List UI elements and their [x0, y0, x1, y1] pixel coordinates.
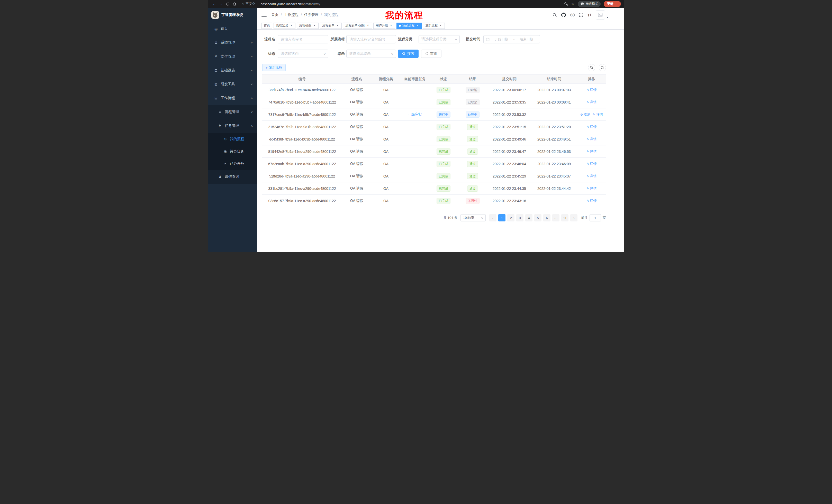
- header-search-button[interactable]: [552, 13, 557, 17]
- password-key-button[interactable]: [564, 2, 568, 6]
- tab-4[interactable]: 流程表单-编辑×: [343, 23, 372, 29]
- sidebar-item-my-process[interactable]: ⊙我的流程: [208, 133, 257, 145]
- process-name-input[interactable]: [278, 35, 328, 44]
- pager-more-button[interactable]: ···: [552, 214, 560, 221]
- pager-page-button[interactable]: 2: [507, 214, 515, 221]
- address-bar[interactable]: dashboard.yudao.iocoder.cn/bpm/task/my: [261, 2, 320, 6]
- column-header-current-task: 当前审批任务: [400, 75, 430, 84]
- create-process-button[interactable]: + 发起流程: [262, 64, 286, 71]
- sidebar-item-system[interactable]: ⚙系统管理∨: [208, 36, 257, 50]
- detail-link[interactable]: ✎详情: [587, 162, 597, 166]
- jump-page-input[interactable]: [590, 214, 601, 221]
- active-dot-icon: [399, 25, 401, 27]
- detail-label: 详情: [590, 137, 597, 142]
- table-row: 3ad174fb-7b9d-11ec-8404-acde48001122OA 请…: [262, 84, 606, 96]
- sidebar-item-todo-tasks[interactable]: ◉待办任务: [208, 145, 257, 158]
- tab-6[interactable]: 我的流程×: [396, 23, 422, 29]
- tab-5[interactable]: 用户分组×: [373, 23, 395, 29]
- sidebar-item-process-management[interactable]: ≣流程管理∨: [208, 105, 257, 119]
- detail-link[interactable]: ✎详情: [593, 112, 603, 117]
- table-row: 03c6c157-7b9a-11ec-a290-acde48001122OA 请…: [262, 195, 606, 207]
- status-badge: 已完成: [437, 173, 450, 179]
- bookmark-star-button[interactable]: ☆: [571, 2, 575, 6]
- app-logo[interactable]: 芋道管理系统: [208, 8, 257, 22]
- detail-link[interactable]: ✎详情: [587, 149, 597, 154]
- next-page-button[interactable]: ›: [570, 214, 577, 221]
- process-definition-input[interactable]: [346, 35, 396, 44]
- pager-page-button[interactable]: 6: [543, 214, 550, 221]
- result-badge: 通过: [467, 186, 478, 192]
- pager-page-button[interactable]: 5: [534, 214, 542, 221]
- search-button[interactable]: 搜索: [398, 50, 419, 58]
- sidebar-toggle-button[interactable]: [261, 13, 267, 17]
- sidebar-item-home[interactable]: ◎首页: [208, 22, 257, 36]
- prev-page-button[interactable]: ‹: [489, 214, 496, 221]
- detail-link[interactable]: ✎详情: [587, 124, 597, 129]
- close-icon[interactable]: ×: [289, 24, 293, 27]
- sidebar-item-payment[interactable]: ¥支付管理∨: [208, 50, 257, 63]
- detail-link[interactable]: ✎详情: [587, 199, 597, 203]
- pager-page-button[interactable]: 11: [561, 214, 569, 221]
- close-icon[interactable]: ×: [336, 24, 339, 27]
- fullscreen-button[interactable]: [579, 13, 583, 17]
- pager-page-button[interactable]: 3: [516, 214, 523, 221]
- sidebar-item-task-management[interactable]: ⚑任务管理∧: [208, 119, 257, 133]
- breadcrumb-workflow[interactable]: 工作流程: [284, 12, 298, 17]
- tab-1[interactable]: 流程定义×: [274, 23, 295, 29]
- filter-row-2: 状态 请选择状态 ∨ 结果 请选择流结果 ∨ 搜索: [262, 50, 606, 58]
- browser-menu-icon[interactable]: ⋮: [615, 2, 619, 6]
- back-button[interactable]: ←: [211, 1, 218, 7]
- table-row: 819442e8-7b9a-11ec-a290-acde48001122OA 请…: [262, 145, 606, 158]
- category-select[interactable]: 请选择流程分类 ∨: [419, 35, 460, 44]
- current-task-link[interactable]: 一级审批: [408, 112, 422, 116]
- close-icon[interactable]: ×: [439, 24, 442, 27]
- detail-link[interactable]: ✎详情: [587, 137, 597, 142]
- update-label: 更新: [607, 2, 614, 6]
- home-button[interactable]: [231, 1, 238, 7]
- submit-time-range-picker[interactable]: 开始日期 - 结束日期: [483, 35, 540, 44]
- browser-update-button[interactable]: 更新 ⋮: [604, 1, 621, 7]
- reload-button[interactable]: [225, 1, 231, 7]
- breadcrumb-home[interactable]: 首页: [271, 12, 279, 17]
- sidebar-item-workflow[interactable]: ⊞工作流程∧: [208, 91, 257, 105]
- toggle-search-button[interactable]: [588, 64, 595, 71]
- process-name: OA 请假: [350, 174, 363, 178]
- process-category: OA: [383, 100, 389, 104]
- detail-link[interactable]: ✎详情: [587, 174, 597, 178]
- forward-button[interactable]: →: [218, 1, 225, 7]
- reset-button[interactable]: 重置: [421, 50, 441, 58]
- pager-page-button[interactable]: 1: [498, 214, 505, 221]
- tab-label: 发起流程: [425, 23, 438, 28]
- page-size-select[interactable]: 10条/页 ∨: [461, 214, 486, 221]
- tab-7[interactable]: 发起流程×: [423, 23, 445, 29]
- sidebar-item-devtools[interactable]: ⊠研发工具∨: [208, 77, 257, 91]
- close-icon[interactable]: ×: [389, 24, 393, 27]
- tab-3[interactable]: 流程表单×: [320, 23, 342, 29]
- detail-link[interactable]: ✎详情: [587, 186, 597, 191]
- submit-time: 2022-01-22 23:53:35: [493, 100, 526, 104]
- status-select[interactable]: 请选择状态 ∨: [278, 50, 328, 58]
- close-icon[interactable]: ×: [416, 24, 419, 27]
- close-icon[interactable]: ×: [366, 24, 370, 27]
- cancel-link[interactable]: ⊘取消: [580, 112, 590, 117]
- process-id: 67c2eaab-7b9a-11ec-a290-acde48001122: [268, 162, 336, 166]
- font-size-button[interactable]: TT: [588, 13, 591, 17]
- tab-0[interactable]: 首页: [261, 23, 272, 29]
- detail-link[interactable]: ✎详情: [587, 88, 597, 92]
- close-icon[interactable]: ×: [313, 24, 316, 27]
- pager-page-button[interactable]: 4: [525, 214, 532, 221]
- detail-link[interactable]: ✎详情: [587, 100, 597, 105]
- breadcrumb-task-management[interactable]: 任务管理: [304, 12, 318, 17]
- tab-2[interactable]: 流程模型×: [297, 23, 318, 29]
- github-button[interactable]: [561, 12, 566, 17]
- security-indicator[interactable]: ⚠ 不安全: [241, 2, 255, 6]
- sidebar-item-done-tasks[interactable]: ✂已办任务: [208, 158, 257, 170]
- result-select[interactable]: 请选择流结果 ∨: [346, 50, 396, 58]
- help-button[interactable]: ?: [570, 13, 575, 17]
- sidebar-item-label: 请假查询: [225, 174, 239, 179]
- sidebar-item-leave-query[interactable]: ♟请假查询: [208, 170, 257, 184]
- sidebar-item-infrastructure[interactable]: ⊡基础设施∨: [208, 63, 257, 77]
- tags-view-bar: 首页流程定义×流程模型×流程表单×流程表单-编辑×用户分组×我的流程×发起流程×: [257, 22, 624, 30]
- refresh-table-button[interactable]: [599, 64, 606, 71]
- user-avatar-menu[interactable]: ▾: [596, 10, 608, 20]
